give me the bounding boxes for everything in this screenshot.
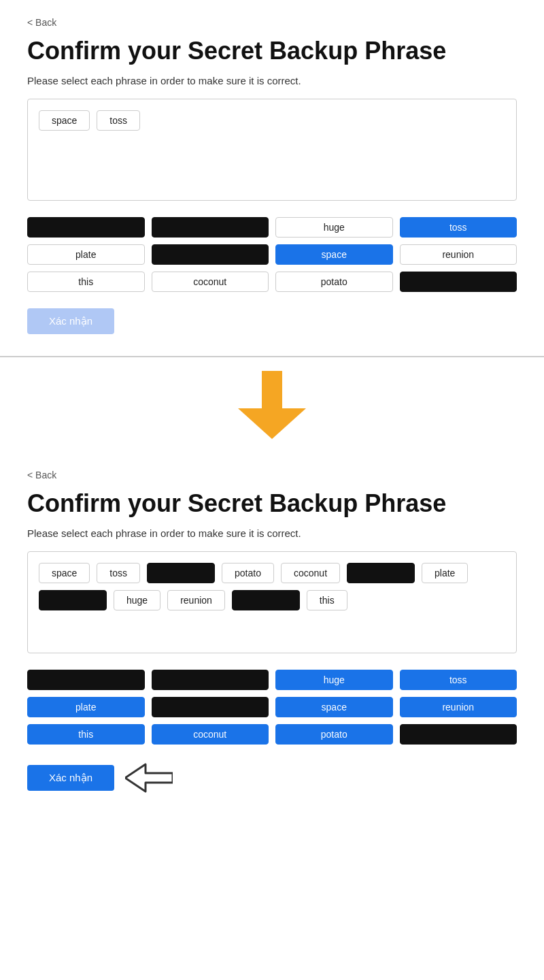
- word-btn-2-toss[interactable]: toss: [400, 670, 517, 690]
- word-btn-space-1[interactable]: space: [275, 244, 393, 265]
- svg-marker-2: [125, 764, 173, 791]
- word-btn-2-plate[interactable]: plate: [27, 697, 145, 717]
- word-btn-1[interactable]: [27, 217, 145, 238]
- word-btn-2[interactable]: [152, 217, 269, 238]
- subtitle-1: Please select each phrase in order to ma…: [27, 75, 517, 86]
- back-link-1[interactable]: < Back: [27, 17, 56, 28]
- page-title-1: Confirm your Secret Backup Phrase: [27, 36, 517, 65]
- selected-chip-2-huge[interactable]: huge: [114, 590, 160, 610]
- down-arrow-icon: [238, 371, 306, 439]
- outline-arrow-icon: [125, 761, 173, 795]
- back-link-2[interactable]: < Back: [27, 470, 56, 480]
- word-btn-2-coconut[interactable]: coconut: [152, 724, 269, 745]
- word-btn-2-reunion[interactable]: reunion: [400, 697, 517, 717]
- section-after: < Back Confirm your Secret Backup Phrase…: [0, 453, 544, 817]
- confirm-button-2[interactable]: Xác nhận: [27, 765, 114, 791]
- phrase-selection-box-1: space toss: [27, 99, 517, 201]
- word-btn-2-2[interactable]: [152, 670, 269, 690]
- selected-chip-space[interactable]: space: [39, 110, 90, 131]
- word-btn-reunion-1[interactable]: reunion: [400, 244, 517, 265]
- selected-chip-2-reunion[interactable]: reunion: [167, 590, 225, 610]
- word-btn-2-3[interactable]: [152, 697, 269, 717]
- arrow-separator: [0, 357, 544, 453]
- section-before: < Back Confirm your Secret Backup Phrase…: [0, 0, 544, 357]
- word-grid-2: huge toss plate space reunion this cocon…: [27, 670, 517, 745]
- selected-chip-2-space[interactable]: space: [39, 563, 90, 583]
- svg-rect-0: [262, 371, 282, 408]
- selected-chip-toss[interactable]: toss: [97, 110, 140, 131]
- word-btn-2-this[interactable]: this: [27, 724, 145, 745]
- word-btn-coconut-1[interactable]: coconut: [152, 272, 269, 292]
- word-btn-4[interactable]: [400, 272, 517, 292]
- word-btn-2-huge[interactable]: huge: [275, 670, 393, 690]
- word-btn-huge-1[interactable]: huge: [275, 217, 393, 238]
- selected-chip-2-plate[interactable]: plate: [422, 563, 468, 583]
- phrase-selection-box-2: space toss potato coconut plate huge reu…: [27, 551, 517, 653]
- word-btn-2-potato[interactable]: potato: [275, 724, 393, 745]
- word-btn-2-space[interactable]: space: [275, 697, 393, 717]
- selected-chip-2-toss[interactable]: toss: [97, 563, 140, 583]
- subtitle-2: Please select each phrase in order to ma…: [27, 527, 517, 539]
- word-btn-this-1[interactable]: this: [27, 272, 145, 292]
- confirm-button-1[interactable]: Xác nhận: [27, 308, 114, 334]
- selected-chip-2-potato[interactable]: potato: [222, 563, 274, 583]
- word-btn-2-4[interactable]: [400, 724, 517, 745]
- word-btn-2-1[interactable]: [27, 670, 145, 690]
- word-btn-toss-1[interactable]: toss: [400, 217, 517, 238]
- page-title-2: Confirm your Secret Backup Phrase: [27, 489, 517, 518]
- word-btn-potato-1[interactable]: potato: [275, 272, 393, 292]
- word-btn-3[interactable]: [152, 244, 269, 265]
- word-grid-1: huge toss plate space reunion this cocon…: [27, 217, 517, 292]
- selected-chip-2-b1[interactable]: [147, 563, 215, 583]
- selected-chip-2-this[interactable]: this: [307, 590, 347, 610]
- word-btn-plate-1[interactable]: plate: [27, 244, 145, 265]
- selected-chip-2-b2[interactable]: [347, 563, 415, 583]
- svg-marker-1: [238, 408, 306, 439]
- selected-chip-2-coconut[interactable]: coconut: [281, 563, 340, 583]
- selected-chip-2-b3[interactable]: [39, 590, 107, 610]
- selected-chip-2-b4[interactable]: [232, 590, 300, 610]
